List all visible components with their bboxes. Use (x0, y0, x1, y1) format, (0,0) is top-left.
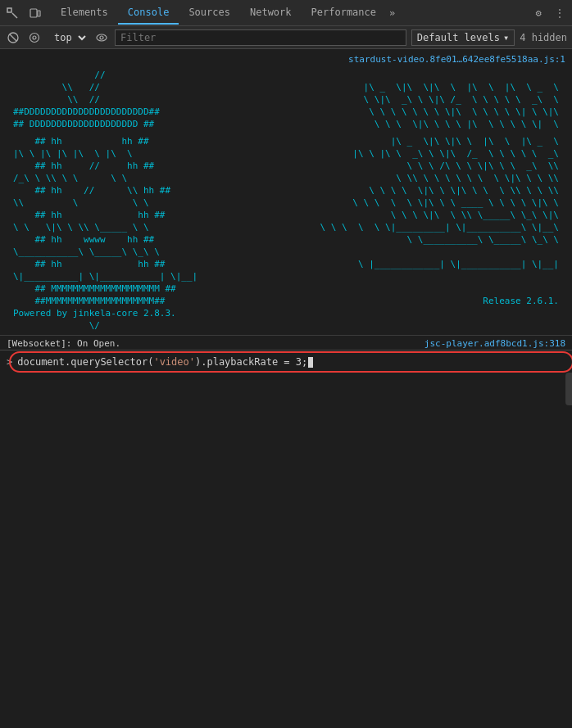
tab-network[interactable]: Network (240, 2, 302, 25)
tab-gear-group: ⚙ ⋮ (529, 4, 569, 22)
svg-point-7 (33, 36, 36, 39)
ascii-line-end: \/ (7, 319, 565, 332)
websocket-line: [Websocket]: On Open. jsc-player.adf8bcd… (0, 337, 572, 350)
command-string: 'video' (153, 356, 195, 368)
filter-input[interactable] (115, 29, 406, 46)
ascii-line-7: |\ \ |\ |\ |\ \ |\ \ |\ \ |\ \ _\ \ \|\ … (7, 147, 565, 160)
tab-elements[interactable]: Elements (51, 2, 118, 25)
svg-point-6 (30, 33, 39, 42)
devtools-body: top Default levels ▾ 4 hidden st (0, 26, 572, 728)
ascii-line-powered: Powered by jinkela-core 2.8.3. (7, 307, 565, 319)
default-levels-button[interactable]: Default levels ▾ (411, 29, 515, 46)
eye-icon[interactable] (93, 29, 110, 46)
svg-point-9 (100, 36, 103, 39)
ascii-line-2: \\ // |\ _ \|\ \|\ \ |\ \ |\ \ _ \ (7, 81, 565, 93)
ascii-line-15: \___________\ \_____\ \_\ \ (7, 246, 565, 258)
console-input-area: > document.querySelector('video').playba… (0, 350, 572, 373)
tab-icon-group (3, 4, 44, 22)
console-line-source: stardust-video.8fe01…642ee8fe5518aa.js:1 (0, 52, 572, 67)
right-panel-handle[interactable] (565, 373, 572, 405)
ascii-line-mm2: ##MMMMMMMMMMMMMMMMMMMM## Release 2.6.1. (7, 295, 565, 307)
tab-sources[interactable]: Sources (179, 2, 240, 25)
more-options-icon[interactable]: ⋮ (551, 4, 569, 22)
device-icon[interactable] (26, 4, 44, 22)
console-toolbar: top Default levels ▾ 4 hidden (0, 26, 572, 49)
input-command[interactable]: document.querySelector('video').playback… (17, 356, 313, 368)
tab-performance[interactable]: Performance (302, 2, 386, 25)
release-text: Release 2.6.1. (483, 296, 559, 306)
command-prefix: document.querySelector( (17, 356, 153, 368)
input-oval-wrapper: document.querySelector('video').playback… (17, 356, 565, 368)
ascii-line-4: ##DDDDDDDDDDDDDDDDDDDDDDD## \ \ \ \ \ \ … (7, 106, 565, 118)
websocket-source-link[interactable]: jsc-player.adf8bcd1.js:318 (424, 338, 565, 349)
console-main-content: stardust-video.8fe01…642ee8fe5518aa.js:1… (0, 49, 572, 728)
svg-line-5 (10, 34, 16, 41)
tab-console[interactable]: Console (118, 2, 179, 25)
text-cursor (308, 357, 313, 368)
file-source-link[interactable]: stardust-video.8fe01…642ee8fe5518aa.js:1 (348, 53, 565, 66)
more-tabs-icon[interactable]: » (386, 2, 398, 24)
ascii-line-17: \|__________| \|___________| \|__| (7, 270, 565, 283)
ascii-line-5: ## DDDDDDDDDDDDDDDDDDDD ## \ \ \ \|\ \ \… (7, 118, 565, 130)
settings-icon[interactable]: ⚙ (529, 4, 547, 22)
ascii-line-mm1: ## MMMMMMMMMMMMMMMMMMMM ## (7, 283, 565, 295)
hidden-count: 4 hidden (520, 32, 567, 43)
ascii-line-6: ## hh hh ## |\ _ \|\ \|\ \ |\ \ |\ _ \ (7, 135, 565, 147)
console-output[interactable]: stardust-video.8fe01…642ee8fe5518aa.js:1… (0, 49, 572, 728)
ascii-line-9: /_\ \ \\ \ \ \ \ \ \\ \ \ \ \ \ \ \ \|\ … (7, 172, 565, 184)
ascii-line-14: ## hh wwww hh ## \ \__________\ \_____\ … (7, 233, 565, 246)
input-prompt: > (7, 356, 12, 368)
filter-toggle-button[interactable] (26, 29, 43, 46)
ascii-line-12: ## hh hh ## \ \ \ \|\ \ \\ \_____\ \_\ \… (7, 209, 565, 221)
ascii-line-8: ## hh // hh ## \ \ \ /\ \ \ \|\ \ \ _\ \… (7, 160, 565, 172)
ascii-line-10: ## hh // \\ hh ## \ \ \ \ \|\ \ \|\ \ \ … (7, 184, 565, 197)
websocket-text: [Websocket]: On Open. (7, 338, 120, 349)
ascii-line-1: // (7, 69, 565, 81)
ascii-line-13: \ \ \|\ \ \\ \_____ \ \ \ \ \ \ \ \|____… (7, 221, 565, 233)
devtools-container: Elements Console Sources Network Perform… (0, 0, 572, 728)
svg-line-1 (12, 13, 17, 18)
svg-rect-2 (30, 9, 37, 17)
inspect-icon[interactable] (3, 4, 21, 22)
context-selector[interactable]: top (48, 29, 89, 46)
clear-console-button[interactable] (5, 29, 21, 46)
ascii-line-11: \\ \ \ \ \ \ \ \ \ \|\ \ \ ____ \ \ \ \ … (7, 197, 565, 209)
ascii-line-16: ## hh hh ## \ |____________| \|_________… (7, 258, 565, 270)
svg-point-8 (97, 34, 107, 41)
separator (0, 335, 572, 336)
svg-rect-3 (38, 11, 40, 16)
ascii-art-section: // \\ // |\ _ \|\ \|\ \ |\ \ |\ \ _ \ \\… (0, 67, 572, 333)
devtools-tab-bar: Elements Console Sources Network Perform… (0, 0, 572, 26)
svg-rect-0 (7, 8, 11, 12)
command-suffix: ).playbackRate = 3; (195, 356, 307, 368)
ascii-line-3: \\ // \ \|\ _\ \ \|\ /_ \ \ \ \ \ _\ \ (7, 93, 565, 106)
